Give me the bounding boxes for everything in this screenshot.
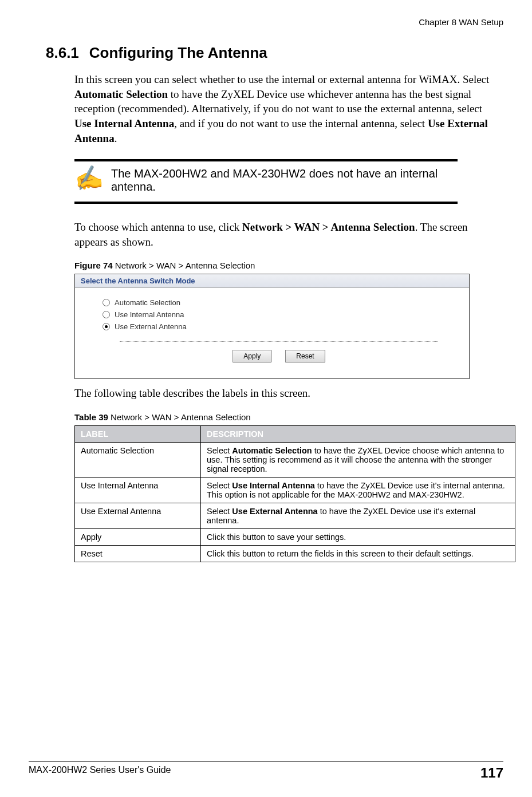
radio-icon (103, 323, 110, 330)
th-description: DESCRIPTION (201, 426, 515, 443)
button-row: Apply Reset (120, 341, 438, 373)
figure-caption: Figure 74 Network > WAN > Antenna Select… (74, 261, 503, 270)
note-block: ✍ The MAX-200HW2 and MAX-230HW2 does not… (74, 159, 458, 204)
apply-button[interactable]: Apply (232, 350, 271, 362)
text: To choose which antenna to use, click (74, 221, 242, 233)
page-number: 117 (480, 765, 503, 781)
panel-body: Automatic Selection Use Internal Antenna… (75, 288, 469, 378)
footer-guide-title: MAX-200HW2 Series User's Guide (29, 765, 171, 781)
cell-label: Reset (75, 546, 201, 562)
radio-option-automatic[interactable]: Automatic Selection (103, 298, 455, 307)
table-intro-paragraph: The following table describes the labels… (74, 386, 498, 401)
cell-label: Apply (75, 529, 201, 546)
text: Click this button to return the fields i… (207, 549, 474, 558)
text: . (115, 132, 117, 144)
cell-description: Select Use Internal Antenna to have the … (201, 478, 515, 503)
reset-button[interactable]: Reset (285, 350, 325, 362)
table-header-row: LABEL DESCRIPTION (75, 426, 515, 443)
cell-description: Select Automatic Selection to have the Z… (201, 443, 515, 478)
section-heading: 8.6.1Configuring The Antenna (46, 44, 503, 62)
bold-automatic-selection: Automatic Selection (74, 88, 168, 100)
figure-title: Network > WAN > Antenna Selection (113, 261, 255, 270)
bold-use-internal-antenna: Use Internal Antenna (74, 117, 174, 129)
figure-screenshot: Select the Antenna Switch Mode Automatic… (74, 274, 470, 379)
table-row: Automatic Selection Select Automatic Sel… (75, 443, 515, 478)
chapter-header: Chapter 8 WAN Setup (29, 17, 503, 27)
bold-nav-path: Network > WAN > Antenna Selection (242, 221, 415, 233)
table-row: Reset Click this button to return the fi… (75, 546, 515, 562)
radio-option-external[interactable]: Use External Antenna (103, 322, 455, 331)
page-footer: MAX-200HW2 Series User's Guide 117 (29, 761, 503, 781)
bold-text: Automatic Selection (232, 446, 312, 455)
cell-label: Use External Antenna (75, 503, 201, 529)
text: In this screen you can select whether to… (74, 73, 489, 85)
cell-description: Click this button to return the fields i… (201, 546, 515, 562)
cell-label: Automatic Selection (75, 443, 201, 478)
radio-label: Use External Antenna (115, 322, 187, 331)
table-caption: Table 39 Network > WAN > Antenna Selecti… (74, 412, 503, 422)
th-label: LABEL (75, 426, 201, 443)
table-title: Network > WAN > Antenna Selection (108, 412, 251, 422)
section-number: 8.6.1 (46, 44, 79, 61)
text: Select (207, 481, 232, 490)
bold-text: Use External Antenna (232, 507, 317, 516)
note-icon: ✍ (73, 165, 104, 192)
table-row: Apply Click this button to save your set… (75, 529, 515, 546)
labels-table: LABEL DESCRIPTION Automatic Selection Se… (74, 425, 515, 562)
radio-option-internal[interactable]: Use Internal Antenna (103, 310, 455, 319)
cell-description: Click this button to save your settings. (201, 529, 515, 546)
text: Select (207, 446, 232, 455)
text: Click this button to save your settings. (207, 532, 346, 542)
radio-icon (103, 299, 110, 306)
cell-label: Use Internal Antenna (75, 478, 201, 503)
text: , and if you do not want to use the inte… (174, 117, 428, 129)
panel-title: Select the Antenna Switch Mode (75, 274, 469, 288)
radio-label: Automatic Selection (115, 298, 180, 307)
nav-paragraph: To choose which antenna to use, click Ne… (74, 220, 498, 249)
radio-icon (103, 311, 110, 318)
text: Select (207, 507, 232, 516)
intro-paragraph: In this screen you can select whether to… (74, 72, 498, 145)
table-number: Table 39 (74, 412, 108, 422)
cell-description: Select Use External Antenna to have the … (201, 503, 515, 529)
table-row: Use External Antenna Select Use External… (75, 503, 515, 529)
figure-number: Figure 74 (74, 261, 113, 270)
section-title: Configuring The Antenna (89, 44, 267, 61)
radio-label: Use Internal Antenna (115, 310, 184, 319)
note-text: The MAX-200HW2 and MAX-230HW2 does not h… (111, 167, 458, 194)
bold-text: Use Internal Antenna (232, 481, 315, 490)
table-row: Use Internal Antenna Select Use Internal… (75, 478, 515, 503)
